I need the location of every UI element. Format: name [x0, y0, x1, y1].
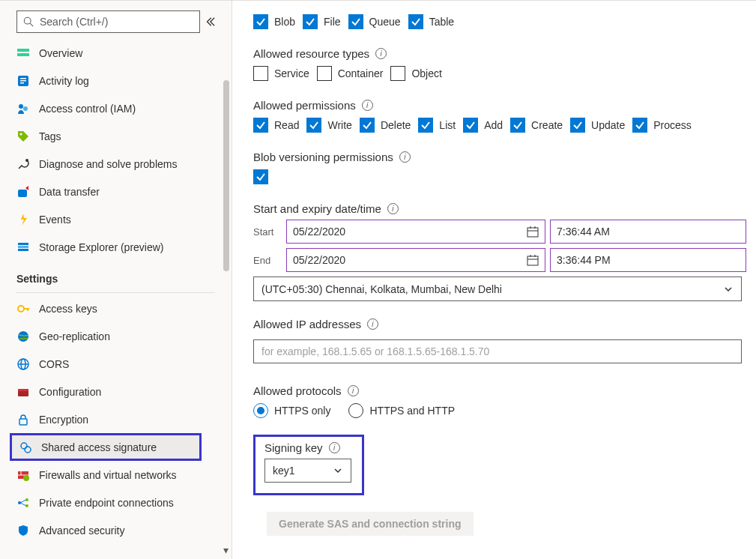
nav-configuration[interactable]: Configuration — [0, 378, 232, 405]
cb-create[interactable]: Create — [510, 118, 563, 133]
collapse-sidebar-button[interactable] — [200, 16, 220, 27]
nav-tags[interactable]: Tags — [0, 122, 232, 150]
svg-point-9 — [23, 106, 28, 111]
svg-point-26 — [21, 443, 27, 449]
cb-process[interactable]: Process — [632, 118, 692, 133]
svg-rect-13 — [18, 243, 28, 245]
svg-rect-38 — [527, 228, 538, 237]
scroll-down-icon[interactable]: ▾ — [223, 544, 229, 556]
svg-point-10 — [20, 133, 22, 135]
content-pane: Blob File Queue Table Allowed resource t… — [232, 1, 756, 559]
nav-encryption[interactable]: Encryption — [0, 405, 232, 433]
cb-object[interactable]: Object — [390, 66, 441, 81]
info-icon[interactable]: i — [375, 48, 387, 59]
nav-shared-access-signature[interactable]: Shared access signature — [10, 433, 202, 461]
svg-line-37 — [20, 503, 26, 506]
cb-queue[interactable]: Queue — [348, 14, 401, 29]
chevron-down-icon — [333, 465, 343, 476]
overview-icon — [16, 46, 30, 60]
nav-storage-explorer[interactable]: Storage Explorer (preview) — [0, 233, 232, 261]
nav-cors[interactable]: CORS — [0, 350, 232, 378]
nav-firewalls[interactable]: Firewalls and virtual networks — [0, 461, 232, 489]
cb-blob-versioning[interactable] — [253, 169, 274, 184]
nav-access-keys[interactable]: Access keys — [0, 294, 232, 322]
svg-line-1 — [30, 23, 33, 26]
end-date-input[interactable]: 05/22/2020 — [286, 248, 545, 272]
start-time-input[interactable]: 7:36:44 AM — [550, 220, 746, 244]
blob-versioning-row — [253, 169, 747, 184]
info-icon[interactable]: i — [367, 318, 378, 330]
scrollbar-thumb[interactable] — [223, 80, 229, 271]
nav-advanced-security[interactable]: Advanced security — [0, 516, 232, 544]
end-time-input[interactable]: 3:36:44 PM — [550, 248, 746, 272]
cb-service[interactable]: Service — [253, 66, 309, 81]
protocols-title: Allowed protocols i — [253, 384, 747, 397]
svg-line-36 — [20, 500, 26, 503]
events-icon — [16, 213, 30, 226]
access-control-icon — [16, 102, 30, 115]
resource-types-title: Allowed resource types i — [253, 47, 747, 60]
svg-point-32 — [23, 475, 29, 481]
key-icon — [16, 302, 30, 315]
nav-data-transfer[interactable]: Data transfer — [0, 178, 232, 205]
search-box[interactable] — [16, 10, 200, 33]
ip-title: Allowed IP addresses i — [253, 318, 747, 330]
calendar-icon[interactable] — [527, 226, 539, 238]
cb-table[interactable]: Table — [408, 14, 454, 29]
svg-rect-14 — [18, 246, 28, 248]
generate-sas-button[interactable]: Generate SAS and connection string — [267, 512, 474, 536]
tags-icon — [16, 130, 30, 143]
signing-key-select[interactable]: key1 — [264, 459, 351, 483]
nav-activity-log[interactable]: Activity log — [0, 67, 232, 94]
nav-events[interactable]: Events — [0, 205, 232, 233]
cors-icon — [16, 357, 30, 371]
nav-geo-replication[interactable]: Geo-replication — [0, 322, 232, 350]
svg-rect-12 — [18, 190, 27, 197]
radio-https-http[interactable]: HTTPS and HTTP — [348, 403, 455, 418]
cb-container[interactable]: Container — [317, 66, 384, 81]
search-input[interactable] — [38, 15, 193, 28]
search-icon — [23, 16, 34, 27]
configuration-icon — [16, 385, 30, 399]
start-label: Start — [253, 220, 282, 244]
permissions-row: Read Write Delete List Add Create Update… — [253, 118, 747, 133]
cb-file[interactable]: File — [303, 14, 341, 29]
datetime-title: Start and expiry date/time i — [253, 202, 747, 215]
calendar-icon[interactable] — [527, 254, 539, 266]
settings-group-header: Settings — [0, 261, 232, 289]
end-label: End — [253, 248, 282, 272]
svg-rect-24 — [18, 389, 28, 391]
globe-icon — [16, 330, 30, 343]
svg-point-27 — [25, 447, 31, 453]
info-icon[interactable]: i — [362, 100, 373, 111]
cb-list[interactable]: List — [418, 118, 456, 133]
info-icon[interactable]: i — [387, 203, 399, 214]
nav-diagnose[interactable]: Diagnose and solve problems — [0, 150, 232, 178]
svg-point-19 — [18, 331, 28, 342]
chevron-down-icon — [723, 284, 734, 294]
svg-rect-25 — [19, 419, 27, 425]
cb-read[interactable]: Read — [253, 118, 299, 133]
nav-overview[interactable]: Overview — [0, 39, 232, 67]
signing-key-title: Signing key — [264, 441, 323, 454]
svg-rect-7 — [20, 82, 24, 84]
cb-update[interactable]: Update — [570, 118, 625, 133]
nav-private-endpoint[interactable]: Private endpoint connections — [0, 489, 232, 516]
radio-https-only[interactable]: HTTPS only — [253, 403, 330, 418]
info-icon[interactable]: i — [348, 385, 359, 396]
ip-input[interactable] — [253, 339, 742, 363]
svg-rect-42 — [527, 256, 538, 265]
info-icon[interactable]: i — [329, 442, 340, 453]
svg-rect-15 — [18, 249, 28, 251]
cb-blob[interactable]: Blob — [253, 14, 295, 29]
start-date-input[interactable]: 05/22/2020 — [286, 220, 545, 244]
cb-add[interactable]: Add — [463, 118, 503, 133]
info-icon[interactable]: i — [399, 151, 411, 163]
diagnose-icon — [16, 157, 30, 171]
timezone-select[interactable]: (UTC+05:30) Chennai, Kolkata, Mumbai, Ne… — [253, 277, 742, 301]
storage-explorer-icon — [16, 241, 30, 254]
nav-access-control[interactable]: Access control (IAM) — [0, 94, 232, 122]
cb-write[interactable]: Write — [306, 118, 351, 133]
cb-delete[interactable]: Delete — [360, 118, 411, 133]
endpoint-icon — [16, 496, 30, 510]
